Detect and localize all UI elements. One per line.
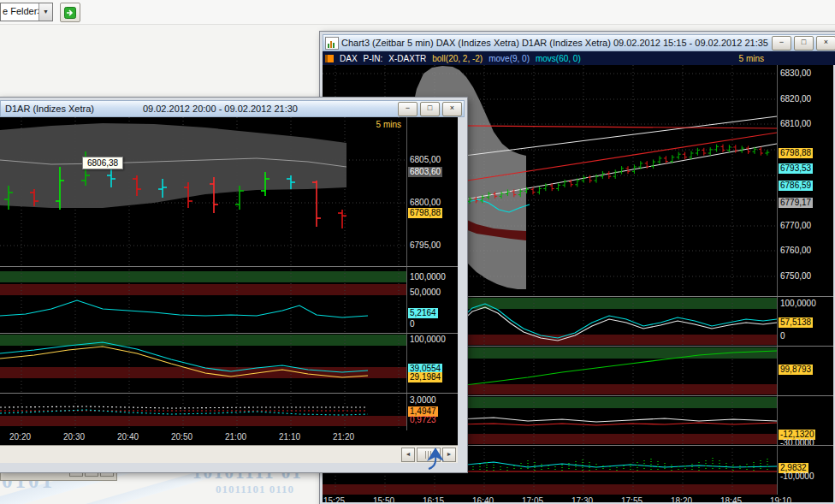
axis-tick: -10,0000 (779, 471, 815, 482)
time-label: 20:20 (9, 432, 31, 442)
legend-item: move(9, 0) (489, 54, 530, 63)
minimize-button[interactable]: − (398, 102, 418, 116)
app-logo-icon (424, 447, 447, 471)
fields-dropdown-value: e Felder> (1, 3, 38, 21)
time-label: 15:25 (323, 496, 345, 502)
panel-separator[interactable] (0, 266, 458, 267)
price-label: 6803,60 (408, 167, 442, 177)
indicator-axis-4: 2,9832-10,0000 (777, 445, 833, 495)
d1ar-titlebar[interactable]: D1AR (Indizes Xetra) 09.02.2012 20:00 - … (0, 100, 465, 117)
minimize-button[interactable]: − (772, 36, 791, 50)
chevron-down-icon[interactable]: ▼ (38, 3, 52, 21)
close-button[interactable]: × (816, 36, 835, 50)
chart3-legend-bar: DAXP-IN:X-DAXTRboll(20, 2, -2)move(9, 0)… (323, 51, 835, 65)
indicator-axis-2: 99,8793 (777, 346, 833, 395)
legend-item: boll(20, 2, -2) (432, 54, 483, 63)
indicator-axis-1: 100,000050,00005,21640 (406, 266, 458, 333)
price-axis: 6805,006803,606800,006798,886795,00 (406, 117, 458, 266)
axis-tick: 6830,00 (779, 68, 813, 79)
bottom-scrollbar-bar: ◄ ► (0, 445, 458, 463)
time-label: 17:55 (621, 496, 643, 502)
chart3-titlebar[interactable]: Chart3 (Zeitbar 5 min) DAX (Indizes Xetr… (323, 34, 835, 51)
axis-tick: 3,0000 (408, 395, 438, 406)
time-label: 15:50 (373, 496, 394, 502)
legend-items: DAXP-IN:X-DAXTRboll(20, 2, -2)move(9, 0)… (340, 54, 587, 63)
axis-tick: 6820,00 (779, 94, 813, 104)
indicator-axis-3: 3,00001,49470,9723 (406, 393, 458, 430)
price-label: 5,2164 (408, 308, 438, 318)
chart-window-icon (325, 37, 339, 50)
price-label: 6786,59 (779, 181, 813, 191)
legend-item: X-DAXTR (388, 54, 426, 63)
legend-item: movs(60, 0) (536, 54, 581, 63)
fields-dropdown[interactable]: e Felder> ▼ (0, 3, 53, 21)
green-arrow-icon (64, 7, 76, 19)
axis-tick: 100,0000 (408, 272, 447, 282)
axis-tick: 6810,00 (779, 119, 813, 129)
legend-item: P-IN: (364, 54, 383, 63)
legend-item: DAX (340, 54, 358, 63)
watermark-digits: 01011101 0110 (216, 483, 294, 496)
time-label: 17:05 (522, 496, 543, 502)
axis-divider (406, 117, 407, 445)
indicator-panel-1[interactable] (0, 266, 406, 333)
price-label: 99,8793 (779, 365, 813, 375)
axis-tick: 6795,00 (408, 240, 442, 251)
time-label: 20:30 (63, 432, 85, 442)
time-label: 16:15 (423, 496, 444, 502)
interval-label: 5 mins (739, 54, 764, 63)
time-label: 18:45 (720, 496, 742, 502)
time-label: 16:40 (472, 496, 494, 502)
price-label: 29,1984 (408, 372, 442, 382)
panel-separator[interactable] (0, 393, 458, 394)
axis-tick: 6760,00 (779, 246, 813, 256)
toolbar-green-button[interactable] (60, 3, 80, 22)
price-label: 6798,88 (779, 148, 813, 158)
time-label: 20:40 (117, 432, 139, 442)
d1ar-body: 5 mins 6805,006803,606800,006798,886795,… (0, 117, 458, 463)
time-label: 21:20 (333, 432, 354, 442)
indicator-axis-3: -12,1320-30,0000 (777, 395, 833, 445)
series-icon (325, 55, 334, 62)
time-label: 17:30 (571, 496, 593, 502)
price-label: 6793,53 (779, 163, 813, 174)
axis-tick: 0 (408, 319, 417, 329)
interval-label: 5 mins (376, 120, 401, 129)
indicator-axis-2: 100,000039,055429,1984 (406, 333, 458, 393)
time-label: 21:00 (225, 432, 246, 442)
price-label: 6798,88 (408, 208, 442, 218)
price-tooltip: 6806,38 (82, 157, 123, 169)
indicator-axis-1: 100,000057,51380 (777, 296, 833, 346)
axis-tick: 100,0000 (408, 335, 447, 345)
axis-divider (777, 65, 778, 502)
axis-tick: 0 (779, 331, 787, 341)
axis-tick: 100,0000 (779, 299, 818, 309)
time-label: 18:20 (671, 496, 692, 502)
axis-tick: 6770,00 (779, 221, 813, 231)
axis-tick: 50,0000 (408, 288, 442, 298)
toolbar: e Felder> ▼ (0, 0, 835, 25)
d1ar-date-range: 09.02.2012 20:00 - 09.02.2012 21:30 (143, 104, 298, 114)
maximize-button[interactable]: □ (420, 102, 440, 116)
indicator-panel-3[interactable] (0, 393, 406, 430)
maximize-button[interactable]: □ (794, 36, 814, 50)
scroll-left-button[interactable]: ◄ (401, 448, 415, 462)
price-axis: 6830,006820,006810,006798,886793,536786,… (777, 65, 833, 296)
price-label: 0,9723 (408, 415, 438, 425)
price-label: 57,5138 (779, 317, 813, 328)
indicator-panel-2[interactable] (0, 333, 406, 393)
axis-tick: 6750,00 (779, 271, 813, 282)
axis-tick: 6805,00 (408, 155, 442, 165)
d1ar-window: D1AR (Indizes Xetra) 09.02.2012 20:00 - … (0, 97, 468, 473)
price-label: 6779,17 (779, 198, 813, 208)
main-price-panel[interactable] (0, 117, 406, 266)
time-label: 20:50 (171, 432, 192, 442)
time-axis: 15:2515:5016:1516:4017:0517:3017:5518:20… (323, 495, 833, 502)
d1ar-title: D1AR (Indizes Xetra) (5, 104, 94, 114)
time-axis: 20:2020:3020:4020:5021:0021:1021:20 (0, 430, 458, 445)
close-button[interactable]: × (442, 102, 462, 116)
chart3-title: Chart3 (Zeitbar 5 min) DAX (Indizes Xetr… (341, 38, 768, 48)
panel-separator[interactable] (0, 333, 458, 334)
axis-tick: 6800,00 (408, 198, 442, 208)
time-label: 21:10 (279, 432, 300, 442)
